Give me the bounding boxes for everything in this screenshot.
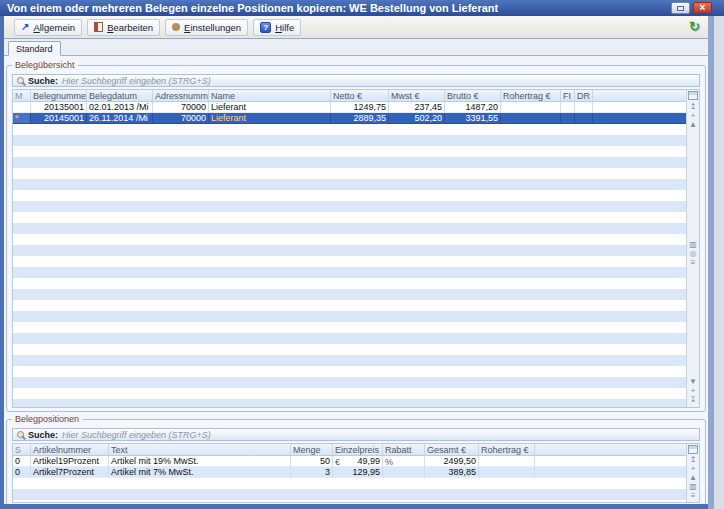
empty-row[interactable]: [13, 223, 686, 234]
menu-hilfe-label: Hilfe: [275, 22, 294, 33]
column-header[interactable]: Einzelpreis €: [333, 444, 383, 455]
empty-row[interactable]: [13, 322, 686, 333]
first-row-icon[interactable]: ↥: [690, 456, 697, 464]
column-header[interactable]: M: [13, 90, 31, 101]
belegpositionen-grid-rail: ↥ + ▲ ▥ ≡: [686, 444, 699, 502]
empty-row[interactable]: [13, 146, 686, 157]
tab-standard[interactable]: Standard: [8, 41, 61, 56]
cell-filler: [535, 467, 686, 478]
table-row[interactable]: 0Artikel7ProzentArtikel mit 7% MwSt.3129…: [13, 467, 686, 478]
empty-row[interactable]: [13, 333, 686, 344]
beleguebersicht-search-input[interactable]: [62, 76, 695, 86]
cell: 49,99: [333, 456, 383, 467]
empty-row[interactable]: [13, 245, 686, 256]
column-header[interactable]: S: [13, 444, 31, 455]
empty-row[interactable]: [13, 366, 686, 377]
columns-icon[interactable]: ▥: [689, 483, 697, 491]
titlebar: Von einem oder mehreren Belegen einzelne…: [0, 0, 724, 16]
empty-row[interactable]: [13, 377, 686, 388]
empty-row[interactable]: [13, 212, 686, 223]
menu-einstellungen[interactable]: Einstellungen: [165, 19, 248, 36]
window-controls: ×: [671, 2, 712, 14]
empty-row[interactable]: [13, 289, 686, 300]
column-header[interactable]: Belegdatum: [87, 90, 153, 101]
add-row-icon[interactable]: +: [691, 112, 696, 120]
scroll-up-icon[interactable]: ▲: [689, 121, 697, 129]
column-header[interactable]: Netto €: [331, 90, 389, 101]
menu-hilfe[interactable]: ? Hilfe: [253, 19, 301, 36]
maximize-button[interactable]: [671, 2, 690, 14]
empty-row[interactable]: [13, 201, 686, 212]
menu-bearbeiten[interactable]: Bearbeiten: [87, 19, 160, 36]
empty-row[interactable]: [13, 344, 686, 355]
menu-allgemein[interactable]: ↗ Allgemein: [14, 19, 82, 36]
column-header[interactable]: Text: [109, 444, 291, 455]
scroll-down-icon[interactable]: ▼: [689, 378, 697, 386]
belegpositionen-search-input[interactable]: [62, 430, 695, 440]
empty-row[interactable]: [13, 179, 686, 190]
empty-row[interactable]: [13, 500, 686, 502]
empty-row[interactable]: [13, 267, 686, 278]
empty-row[interactable]: [13, 388, 686, 399]
column-header[interactable]: FI: [561, 90, 575, 101]
first-row-icon[interactable]: ↥: [690, 103, 697, 111]
empty-row[interactable]: [13, 157, 686, 168]
column-header[interactable]: Adressnumm: [153, 90, 209, 101]
column-header[interactable]: Name: [209, 90, 331, 101]
cell-filler: [593, 113, 686, 124]
empty-row[interactable]: [13, 256, 686, 267]
last-row-icon[interactable]: ↧: [690, 396, 697, 404]
column-chooser-icon[interactable]: [688, 445, 698, 454]
cell: 3: [291, 467, 333, 478]
empty-row[interactable]: [13, 399, 686, 407]
table-row[interactable]: 0Artikel19ProzentArtikel mit 19% MwSt.50…: [13, 456, 686, 467]
add-row-icon[interactable]: +: [691, 387, 696, 395]
refresh-icon[interactable]: ↻: [689, 20, 700, 33]
column-header[interactable]: DR: [575, 90, 593, 101]
empty-row[interactable]: [13, 300, 686, 311]
empty-row[interactable]: [13, 234, 686, 245]
beleguebersicht-grid-body[interactable]: 2013500102.01.2013 /Mi70000Lieferant1249…: [13, 102, 686, 407]
empty-row[interactable]: [13, 311, 686, 322]
empty-row[interactable]: [13, 489, 686, 500]
cell: 389,85: [425, 467, 479, 478]
close-button[interactable]: ×: [693, 2, 712, 14]
cell: Artikel mit 7% MwSt.: [109, 467, 291, 478]
cell: 0: [13, 456, 31, 467]
belegpositionen-header-row: SArtikelnummerTextMengeEinzelpreis €Raba…: [13, 444, 686, 456]
content-area: Belegübersicht Suche: MBelegnummeBelegda…: [4, 56, 708, 504]
column-header[interactable]: Artikelnummer: [31, 444, 109, 455]
empty-row[interactable]: [13, 278, 686, 289]
empty-row[interactable]: [13, 355, 686, 366]
empty-row[interactable]: [13, 168, 686, 179]
maximize-icon: [677, 6, 684, 11]
column-header[interactable]: Rohertrag €: [479, 444, 535, 455]
cell: [479, 456, 535, 467]
search-label: Suche:: [28, 76, 58, 86]
column-header[interactable]: Brutto €: [445, 90, 501, 101]
column-header[interactable]: Belegnumme: [31, 90, 87, 101]
empty-row[interactable]: [13, 190, 686, 201]
empty-row[interactable]: [13, 124, 686, 135]
cell: [13, 102, 31, 113]
column-header[interactable]: Menge: [291, 444, 333, 455]
zoom-icon[interactable]: ◎: [690, 250, 697, 258]
column-header[interactable]: Mwst €: [389, 90, 445, 101]
table-row[interactable]: *2014500126.11.2014 /Mi70000Lieferant288…: [13, 113, 686, 124]
list-icon[interactable]: ≡: [691, 259, 696, 267]
columns-icon[interactable]: ▥: [689, 241, 697, 249]
beleguebersicht-groupbox: Belegübersicht Suche: MBelegnummeBelegda…: [6, 65, 706, 412]
search-label: Suche:: [28, 430, 58, 440]
table-row[interactable]: 2013500102.01.2013 /Mi70000Lieferant1249…: [13, 102, 686, 113]
column-header[interactable]: Rohertrag €: [501, 90, 561, 101]
belegpositionen-grid-body[interactable]: 0Artikel19ProzentArtikel mit 19% MwSt.50…: [13, 456, 686, 502]
scroll-up-icon[interactable]: ▲: [689, 474, 697, 482]
add-row-icon[interactable]: +: [691, 465, 696, 473]
column-header[interactable]: Rabatt %: [383, 444, 425, 455]
column-chooser-icon[interactable]: [688, 91, 698, 100]
list-icon[interactable]: ≡: [691, 492, 696, 500]
column-header[interactable]: Gesamt €: [425, 444, 479, 455]
empty-row[interactable]: [13, 135, 686, 146]
cell: 20145001: [31, 113, 87, 124]
empty-row[interactable]: [13, 478, 686, 489]
